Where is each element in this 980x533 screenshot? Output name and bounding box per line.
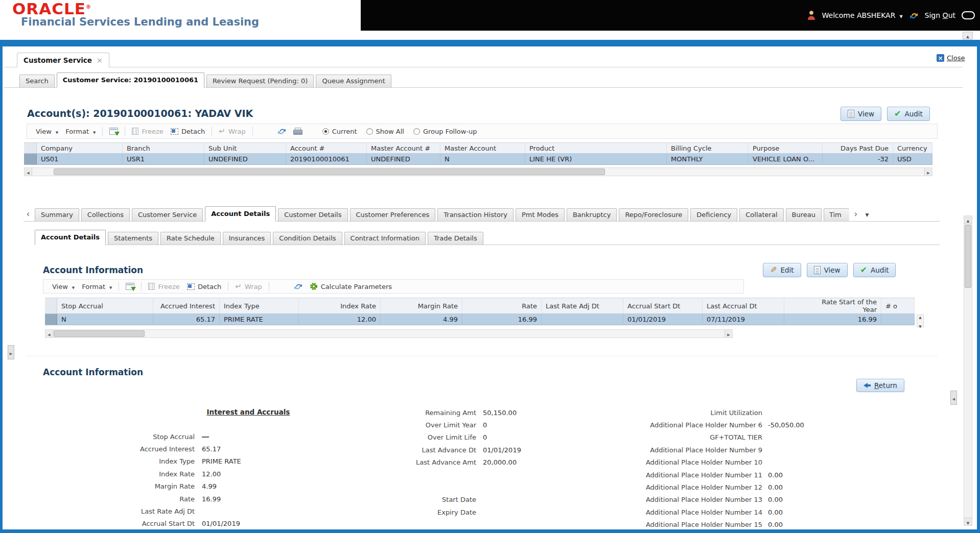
- detach-button[interactable]: Detach: [187, 283, 221, 290]
- column-header-accrued-interest[interactable]: Accrued Interest: [153, 298, 220, 314]
- scroll-left-icon[interactable]: [45, 330, 53, 337]
- row-cell-accrued-interest[interactable]: 65.17: [153, 314, 220, 325]
- column-header-o[interactable]: # o: [881, 298, 915, 314]
- scroll-right-icon[interactable]: [725, 330, 732, 337]
- detail-tab-customer-details[interactable]: Customer Details: [278, 208, 347, 222]
- detail-tab-bureau[interactable]: Bureau: [786, 208, 822, 222]
- format-menu[interactable]: Format: [65, 128, 96, 135]
- view-menu[interactable]: View: [52, 283, 75, 290]
- hscroll-thumb[interactable]: [54, 168, 605, 175]
- detail-tab-deficiency[interactable]: Deficiency: [690, 208, 737, 222]
- column-header-branch[interactable]: Branch: [123, 142, 204, 154]
- sub-tab-contract-information[interactable]: Contract Information: [344, 232, 426, 245]
- query-by-example-button[interactable]: [126, 283, 134, 290]
- nav-tab-customer-service-20190100010061[interactable]: Customer Service: 20190100010061: [57, 72, 204, 88]
- left-panel-expander[interactable]: [8, 345, 14, 359]
- column-header-product[interactable]: Product: [525, 142, 667, 154]
- view-button[interactable]: View: [807, 263, 848, 277]
- row-cell-account[interactable]: 20190100010061: [286, 154, 367, 165]
- detail-tab-transaction-history[interactable]: Transaction History: [437, 208, 514, 222]
- scroll-up-button[interactable]: [964, 216, 972, 224]
- row-cell-branch[interactable]: USR1: [123, 154, 204, 165]
- column-header-accrual-start-dt[interactable]: Accrual Start Dt: [623, 298, 703, 314]
- column-header-billing-cycle[interactable]: Billing Cycle: [667, 142, 749, 154]
- column-header-margin-rate[interactable]: Margin Rate: [381, 298, 462, 314]
- detail-tab-collateral[interactable]: Collateral: [739, 208, 783, 222]
- radio-current[interactable]: Current: [322, 128, 357, 135]
- column-header-last-rate-adj-dt[interactable]: Last Rate Adj Dt: [542, 298, 623, 314]
- arrow-down-icon[interactable]: [919, 322, 921, 329]
- view-menu[interactable]: View: [36, 128, 58, 135]
- sub-tab-insurances[interactable]: Insurances: [223, 232, 271, 245]
- detail-tab-pmt-modes[interactable]: Pmt Modes: [516, 208, 565, 222]
- welcome-user-menu[interactable]: Welcome ABSHEKAR: [822, 11, 903, 19]
- row-spinner[interactable]: [917, 314, 924, 327]
- row-cell-days-past-due[interactable]: -32: [823, 154, 893, 165]
- nav-tab-queue-assignment[interactable]: Queue Assignment: [316, 75, 391, 88]
- scroll-left-icon[interactable]: [25, 168, 32, 176]
- row-selector[interactable]: [45, 314, 57, 325]
- query-by-example-button[interactable]: [109, 128, 118, 135]
- audit-button[interactable]: Audit: [853, 263, 896, 277]
- column-header-stop-accrual[interactable]: Stop Accrual: [57, 298, 153, 314]
- row-cell-accrual-start-dt[interactable]: 01/01/2019: [623, 314, 703, 325]
- calculate-parameters-button[interactable]: Calculate Parameters: [310, 282, 392, 290]
- row-cell-company[interactable]: US01: [37, 154, 123, 165]
- right-panel-collapser[interactable]: [950, 391, 957, 405]
- column-header-sub-unit[interactable]: Sub Unit: [204, 142, 286, 154]
- detail-tab-customer-service[interactable]: Customer Service: [132, 208, 203, 222]
- detail-tab-repo-foreclosure[interactable]: Repo/Foreclosure: [619, 208, 688, 222]
- detail-tab-account-details[interactable]: Account Details: [205, 206, 276, 222]
- accounts-table-hscrollbar[interactable]: [24, 167, 932, 176]
- column-header-purpose[interactable]: Purpose: [749, 142, 823, 154]
- sign-out-icon[interactable]: [909, 11, 919, 20]
- detail-tab-bankruptcy[interactable]: Bankruptcy: [567, 208, 617, 222]
- return-button[interactable]: Return: [856, 379, 904, 392]
- row-selector[interactable]: [24, 154, 37, 165]
- detail-tab-customer-preferences[interactable]: Customer Preferences: [350, 208, 436, 222]
- detail-tab-summary[interactable]: Summary: [35, 208, 79, 222]
- power-oval-icon[interactable]: [962, 11, 975, 19]
- row-cell-master-account[interactable]: N: [440, 154, 525, 165]
- refresh-button[interactable]: [294, 282, 302, 291]
- row-cell-billing-cycle[interactable]: MONTHLY: [667, 154, 749, 165]
- column-header-company[interactable]: Company: [37, 142, 123, 154]
- column-header-master-account[interactable]: Master Account #: [367, 142, 440, 154]
- format-menu[interactable]: Format: [82, 283, 112, 290]
- radio-show-all[interactable]: Show All: [366, 128, 404, 135]
- rates-table-hscrollbar[interactable]: [45, 329, 733, 338]
- hscroll-thumb[interactable]: [54, 330, 145, 337]
- tabs-scroll-right-button[interactable]: [851, 207, 860, 221]
- row-cell-o[interactable]: [881, 314, 915, 325]
- refresh-button[interactable]: [277, 127, 286, 136]
- row-cell-rate[interactable]: 16.99: [462, 314, 542, 325]
- radio-group-follow-up[interactable]: Group Follow-up: [413, 128, 477, 135]
- row-cell-sub-unit[interactable]: UNDEFINED: [204, 154, 286, 165]
- row-cell-margin-rate[interactable]: 4.99: [381, 314, 462, 325]
- detail-tab-tim[interactable]: Tim: [824, 208, 849, 222]
- arrow-up-icon[interactable]: [919, 312, 921, 320]
- page-scroll-up-button[interactable]: [963, 32, 973, 39]
- vscroll-thumb[interactable]: [965, 225, 971, 288]
- sub-tab-trade-details[interactable]: Trade Details: [428, 232, 483, 245]
- print-button[interactable]: [293, 128, 301, 135]
- sign-out-link[interactable]: Sign Out: [925, 11, 955, 19]
- nav-tab-search[interactable]: Search: [19, 75, 55, 88]
- sub-tab-condition-details[interactable]: Condition Details: [273, 232, 342, 245]
- row-cell-product[interactable]: LINE HE (VR): [525, 154, 667, 165]
- row-cell-last-rate-adj-dt[interactable]: [542, 314, 623, 325]
- tabs-scroll-left-button[interactable]: [24, 207, 33, 221]
- nav-tab-review-request-pending-0[interactable]: Review Request (Pending: 0): [206, 75, 314, 88]
- row-cell-index-rate[interactable]: 12.00: [299, 314, 381, 325]
- column-header-days-past-due[interactable]: Days Past Due: [823, 142, 893, 154]
- close-window-button[interactable]: Close: [937, 54, 965, 62]
- page-vscrollbar[interactable]: [964, 215, 972, 526]
- column-header-last-accrual-dt[interactable]: Last Accrual Dt: [703, 298, 784, 314]
- detail-tab-collections[interactable]: Collections: [81, 208, 130, 222]
- window-tab-customer-service[interactable]: Customer Service: [17, 53, 109, 67]
- edit-button[interactable]: Edit: [763, 263, 801, 277]
- sub-tab-statements[interactable]: Statements: [108, 232, 158, 245]
- sub-tab-account-details[interactable]: Account Details: [35, 230, 106, 245]
- detach-button[interactable]: Detach: [171, 128, 205, 135]
- scroll-down-button[interactable]: [964, 518, 972, 525]
